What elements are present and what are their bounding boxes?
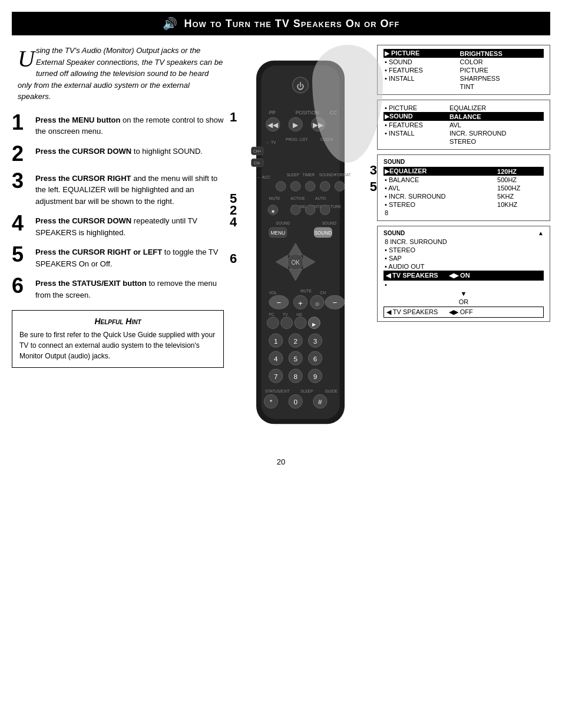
menu4-row-tv-speakers-off: ◀ TV SPEAKERS ◀▶ OFF bbox=[384, 307, 544, 318]
svg-text:7: 7 bbox=[274, 373, 277, 380]
svg-text:SLEEP: SLEEP bbox=[300, 389, 313, 393]
menu2-row-sound: ▶SOUND BALANCE bbox=[384, 112, 544, 121]
left-column: Using the TV's Audio (Monitor) Output ja… bbox=[12, 45, 230, 446]
svg-text:0: 0 bbox=[293, 398, 297, 406]
svg-text:#: # bbox=[318, 398, 322, 406]
step-6: 6 Press the STATUS/EXIT button to remove… bbox=[12, 275, 224, 301]
svg-point-27 bbox=[305, 182, 315, 192]
menu2-row-install: • INSTALL INCR. SURROUND bbox=[384, 129, 544, 137]
svg-text:−: − bbox=[276, 298, 281, 307]
menu-screen-4: SOUND ▲ 8 INCR. SURROUND • STEREO • SAP … bbox=[377, 226, 550, 322]
svg-text:PP: PP bbox=[269, 110, 276, 116]
right-column: ▶ PICTURE BRIGHTNESS • SOUND COLOR • FEA… bbox=[371, 45, 550, 446]
menu1-row-picture: ▶ PICTURE BRIGHTNESS bbox=[384, 49, 544, 58]
svg-text:◀◀: ◀◀ bbox=[267, 121, 279, 129]
svg-text:CH-: CH- bbox=[254, 161, 261, 165]
svg-text:1: 1 bbox=[274, 337, 277, 345]
svg-text:OK: OK bbox=[291, 259, 300, 266]
step-5: 5 Press the CURSOR RIGHT or LEFT to togg… bbox=[12, 244, 224, 269]
step-1: 1 Press the MENU button on the remote co… bbox=[12, 112, 224, 137]
menu3-row-equalizer: ▶EQUALIZER 120HZ bbox=[384, 167, 544, 176]
svg-point-25 bbox=[276, 182, 286, 192]
remote-wrapper: ⏻ PP POSITION CC ◀◀ ▶ ▶▶ ← TV PROG. LIST… bbox=[242, 51, 359, 446]
menu4-header: SOUND ▲ bbox=[384, 230, 544, 236]
menu2-row-features: • FEATURES AVL bbox=[384, 121, 544, 129]
svg-point-67 bbox=[267, 317, 279, 329]
svg-text:+: + bbox=[298, 299, 303, 308]
svg-text:SOUND: SOUND bbox=[314, 230, 332, 236]
menu1-arrow-picture: ▶ bbox=[385, 50, 389, 57]
hint-text: Be sure to first refer to the Quick Use … bbox=[19, 330, 216, 361]
page-title: How to Turn the TV Speakers On or Off bbox=[184, 18, 400, 30]
svg-point-29 bbox=[335, 182, 345, 192]
menu3-row-8: 8 bbox=[384, 209, 544, 217]
svg-point-26 bbox=[290, 182, 300, 192]
svg-text:HD: HD bbox=[296, 312, 302, 317]
svg-text:CH+: CH+ bbox=[253, 149, 262, 153]
menu-screen-1: ▶ PICTURE BRIGHTNESS • SOUND COLOR • FEA… bbox=[377, 45, 550, 95]
step-label-1: 1 bbox=[230, 110, 237, 125]
svg-text:STATUS/EXIT: STATUS/EXIT bbox=[265, 389, 290, 393]
svg-text:SOUND: SOUND bbox=[276, 221, 290, 225]
drop-cap: U bbox=[18, 47, 35, 71]
step-label-3: 3 bbox=[370, 163, 377, 178]
menu2-row-stereo: STEREO bbox=[384, 137, 544, 146]
svg-text:8: 8 bbox=[293, 373, 297, 380]
step-4: 4 Press the CURSOR DOWN repeatedly until… bbox=[12, 213, 224, 238]
svg-text:■: ■ bbox=[272, 208, 275, 214]
svg-point-28 bbox=[320, 182, 330, 192]
page-number: 20 bbox=[0, 457, 562, 478]
menu-screen-3: SOUND ▶EQUALIZER 120HZ • BALANCE 500HZ •… bbox=[377, 154, 550, 221]
menu1-row-sound: • SOUND COLOR bbox=[384, 58, 544, 66]
svg-text:*: * bbox=[270, 398, 273, 406]
menu1-row-features: • FEATURES PICTURE bbox=[384, 66, 544, 74]
menu3-row-stereo: • STEREO 10KHZ bbox=[384, 200, 544, 209]
svg-text:▶: ▶ bbox=[312, 321, 316, 327]
svg-text:SOUND: SOUND bbox=[322, 221, 336, 225]
svg-point-40 bbox=[320, 205, 330, 215]
svg-point-38 bbox=[290, 205, 300, 215]
svg-text:−: − bbox=[332, 298, 337, 307]
svg-text:2: 2 bbox=[293, 337, 297, 345]
menu4-or: OR bbox=[384, 298, 544, 305]
steps-list: 1 Press the MENU button on the remote co… bbox=[12, 112, 224, 301]
svg-text:6: 6 bbox=[313, 355, 317, 363]
step-label-4: 4 bbox=[230, 215, 237, 230]
menu1-row-tint: TINT bbox=[384, 83, 544, 91]
intro-paragraph: Using the TV's Audio (Monitor) Output ja… bbox=[12, 45, 224, 103]
hint-title: Helpful Hint bbox=[19, 317, 216, 326]
speaker-icon: 🔊 bbox=[163, 17, 177, 31]
menu4-row-incr-surround: 8 INCR. SURROUND bbox=[384, 238, 544, 246]
svg-text:← ACC: ← ACC bbox=[257, 175, 270, 179]
remote-control-section: ⏻ PP POSITION CC ◀◀ ▶ ▶▶ ← TV PROG. LIST… bbox=[230, 45, 371, 446]
svg-text:◎: ◎ bbox=[315, 301, 319, 307]
svg-text:AUTO: AUTO bbox=[315, 196, 326, 200]
svg-text:3: 3 bbox=[313, 337, 317, 345]
svg-text:⏻: ⏻ bbox=[297, 82, 305, 91]
svg-text:← TV: ← TV bbox=[266, 140, 276, 144]
svg-text:PC: PC bbox=[269, 312, 275, 317]
menu4-row-sap: • SAP bbox=[384, 254, 544, 262]
hint-box: Helpful Hint Be sure to first refer to t… bbox=[12, 310, 224, 368]
menu3-row-avl: • AVL 1500HZ bbox=[384, 184, 544, 192]
svg-text:GUIDE: GUIDE bbox=[325, 389, 338, 393]
svg-text:▶: ▶ bbox=[293, 121, 299, 129]
svg-text:TIMER: TIMER bbox=[302, 173, 315, 177]
menu2-row-picture: • PICTURE EQUALIZER bbox=[384, 104, 544, 112]
svg-text:9: 9 bbox=[313, 373, 317, 380]
svg-text:PROG. LIST: PROG. LIST bbox=[286, 137, 308, 141]
menu3-row-balance: • BALANCE 500HZ bbox=[384, 176, 544, 184]
step-2: 2 Press the CURSOR DOWN to highlight SOU… bbox=[12, 143, 224, 164]
svg-text:MUTE: MUTE bbox=[269, 196, 280, 200]
svg-text:VOL: VOL bbox=[269, 291, 277, 295]
svg-text:SOUND+: SOUND+ bbox=[319, 173, 336, 177]
menu4-arrow-down: ▼ bbox=[384, 290, 544, 297]
svg-text:CH: CH bbox=[320, 291, 326, 295]
step-label-6: 6 bbox=[230, 251, 237, 266]
menu3-row-incr-surround: • INCR. SURROUND 5KHZ bbox=[384, 192, 544, 200]
menu1-row-install: • INSTALL SHARPNESS bbox=[384, 74, 544, 83]
svg-point-69 bbox=[295, 317, 306, 329]
svg-text:SLEEP: SLEEP bbox=[287, 173, 300, 177]
page-header: 🔊 How to Turn the TV Speakers On or Off bbox=[12, 12, 550, 35]
menu4-row-audio-out: • AUDIO OUT bbox=[384, 262, 544, 271]
